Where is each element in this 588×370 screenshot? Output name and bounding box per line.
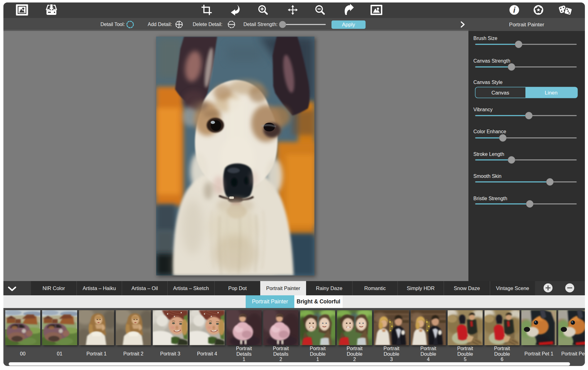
- svg-text:Stroke Length: Stroke Length: [473, 152, 504, 157]
- svg-text:Smooth Skin: Smooth Skin: [473, 174, 502, 179]
- svg-text:Canvas Style: Canvas Style: [473, 80, 502, 85]
- svg-text:Bristle Strength: Bristle Strength: [473, 196, 507, 201]
- svg-text:Vibrancy: Vibrancy: [473, 107, 493, 112]
- svg-text:i: i: [513, 5, 516, 15]
- svg-text:Canvas: Canvas: [491, 90, 509, 96]
- svg-text:Color Enhance: Color Enhance: [473, 129, 506, 134]
- svg-text:Apply: Apply: [342, 22, 355, 28]
- svg-text:Brush Size: Brush Size: [473, 36, 497, 41]
- svg-text:Linen: Linen: [545, 90, 558, 96]
- svg-text:Canvas Strength: Canvas Strength: [473, 58, 510, 64]
- svg-text:Portrait Painter: Portrait Painter: [509, 22, 544, 28]
